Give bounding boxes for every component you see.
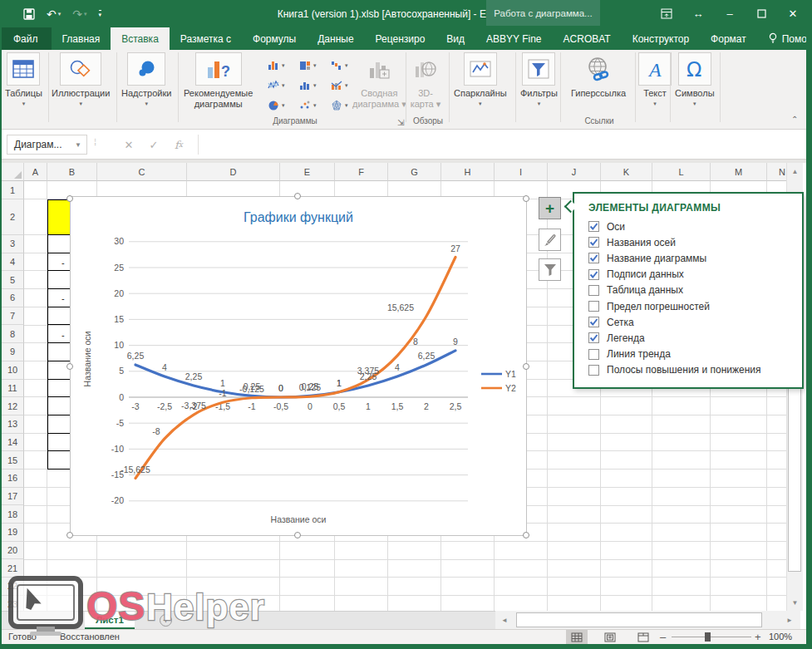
panel-item-линия-тренда[interactable]: Линия тренда xyxy=(574,347,802,362)
customize-qat-icon[interactable]: ▾ xyxy=(99,10,102,17)
zoom-slider-handle[interactable] xyxy=(705,632,711,642)
resize-handle[interactable] xyxy=(66,532,73,538)
minimize-icon[interactable]: – xyxy=(717,3,742,25)
unchecked-checkbox-icon[interactable] xyxy=(588,285,599,296)
formula-bar-grip[interactable]: ⁞ xyxy=(94,137,97,147)
checked-checkbox-icon[interactable] xyxy=(588,269,599,280)
column-header-L[interactable]: L xyxy=(652,163,711,181)
page-layout-view-icon[interactable] xyxy=(599,630,621,644)
panel-item-подписи-данных[interactable]: Подписи данных xyxy=(574,267,802,283)
zoom-out-icon[interactable]: – xyxy=(660,631,666,643)
select-all-corner[interactable] xyxy=(2,163,24,181)
row-header-17[interactable]: 17 xyxy=(2,488,24,506)
row-header-15[interactable]: 15 xyxy=(2,451,24,470)
unchecked-checkbox-icon[interactable] xyxy=(588,349,599,360)
contextual-tab-chart-tools[interactable]: Работа с диаграмма... xyxy=(486,0,600,26)
horizontal-scroll-thumb[interactable] xyxy=(516,612,762,627)
restore-icon[interactable] xyxy=(749,3,774,25)
ribbon-display-options-icon[interactable] xyxy=(654,3,679,25)
tab-abbyy-fine[interactable]: ABBYY Fine xyxy=(475,27,552,50)
addins-button[interactable]: Надстройки ▾ xyxy=(121,52,171,107)
insert-line-chart-button[interactable]: ▾ xyxy=(268,75,299,95)
unchecked-checkbox-icon[interactable] xyxy=(588,301,599,312)
chart-filters-button[interactable] xyxy=(539,258,561,281)
column-header-A[interactable]: A xyxy=(24,163,47,181)
tab-конструктор[interactable]: Конструктор xyxy=(622,27,700,50)
scroll-left-icon[interactable]: ◄ xyxy=(495,617,514,624)
row-header-13[interactable]: 13 xyxy=(2,415,24,434)
column-header-B[interactable]: B xyxy=(47,163,97,181)
zoom-level[interactable]: 100% xyxy=(769,632,792,642)
row-header-16[interactable]: 16 xyxy=(2,470,24,488)
tables-button[interactable]: Таблицы ▾ xyxy=(5,52,42,107)
column-header-E[interactable]: E xyxy=(280,163,335,181)
tab-формат[interactable]: Формат xyxy=(700,27,757,50)
row-header-2[interactable]: 2 xyxy=(2,199,24,235)
row-header-3[interactable]: 3 xyxy=(2,235,24,253)
panel-item-предел-погрешностей[interactable]: Предел погрешностей xyxy=(574,298,802,314)
row-header-4[interactable]: 4 xyxy=(2,253,24,272)
row-header-8[interactable]: 8 xyxy=(2,325,24,343)
hyperlink-button[interactable]: Гиперссылка xyxy=(565,52,632,99)
column-header-J[interactable]: J xyxy=(548,163,601,181)
scroll-up-icon[interactable]: ▲ xyxy=(787,163,803,179)
text-button[interactable]: A Текст ▾ xyxy=(638,52,672,107)
row-header-1[interactable]: 1 xyxy=(2,181,24,199)
tab-вид[interactable]: Вид xyxy=(436,27,475,50)
checked-checkbox-icon[interactable] xyxy=(588,253,599,263)
page-break-view-icon[interactable] xyxy=(632,630,654,644)
resize-handle[interactable] xyxy=(523,195,529,202)
tab-разметка-с[interactable]: Разметка с xyxy=(170,27,242,50)
column-header-F[interactable]: F xyxy=(335,163,388,181)
column-header-C[interactable]: C xyxy=(97,163,187,181)
column-header-G[interactable]: G xyxy=(388,163,441,181)
panel-item-легенда[interactable]: Легенда xyxy=(574,330,802,346)
column-header-K[interactable]: K xyxy=(601,163,652,181)
chart-styles-button[interactable] xyxy=(539,229,561,251)
illustrations-button[interactable]: Иллюстрации ▾ xyxy=(52,52,110,107)
column-header-D[interactable]: D xyxy=(187,163,280,181)
row-header-18[interactable]: 18 xyxy=(2,505,24,524)
row-header-10[interactable]: 10 xyxy=(2,361,24,380)
insert-scatter-chart-button[interactable]: ▾ xyxy=(299,95,331,115)
resize-handle[interactable] xyxy=(523,532,529,538)
panel-item-названия-осей[interactable]: Названия осей xyxy=(574,234,802,250)
tab-главная[interactable]: Главная xyxy=(52,27,111,50)
tab-помощь[interactable]: Помощь xyxy=(757,27,812,50)
tab-файл[interactable]: Файл xyxy=(0,27,52,50)
tab-рецензиро[interactable]: Рецензиро xyxy=(365,27,436,50)
panel-item-название-диаграммы[interactable]: Название диаграммы xyxy=(574,250,802,266)
checked-checkbox-icon[interactable] xyxy=(588,317,599,327)
row-header-7[interactable]: 7 xyxy=(2,307,24,326)
sparklines-button[interactable]: Спарклайны ▾ xyxy=(454,52,507,107)
panel-item-таблица-данных[interactable]: Таблица данных xyxy=(574,283,802,298)
name-box[interactable]: Диаграм...▼ xyxy=(7,135,87,155)
tab-данные[interactable]: Данные xyxy=(307,27,364,50)
filters-button[interactable]: Фильтры ▾ xyxy=(520,52,558,107)
tab-вставка[interactable]: Вставка xyxy=(111,27,170,50)
row-header-9[interactable]: 9 xyxy=(2,343,24,361)
checked-checkbox-icon[interactable] xyxy=(588,221,599,232)
recommended-charts-button[interactable]: ? Рекомендуемые диаграммы xyxy=(184,52,253,110)
checked-checkbox-icon[interactable] xyxy=(588,332,599,343)
panel-item-полосы-повышения-и-понижения[interactable]: Полосы повышения и понижения xyxy=(574,362,802,378)
checked-checkbox-icon[interactable] xyxy=(588,237,599,248)
row-header-20[interactable]: 20 xyxy=(2,542,24,560)
column-header-H[interactable]: H xyxy=(441,163,495,181)
panel-item-оси[interactable]: Оси xyxy=(574,219,802,234)
row-header-14[interactable]: 14 xyxy=(2,434,24,452)
scroll-right-icon[interactable]: ► xyxy=(780,617,799,624)
row-header-5[interactable]: 5 xyxy=(2,271,24,289)
resize-handle[interactable] xyxy=(523,363,529,370)
scroll-down-icon[interactable]: ▼ xyxy=(787,594,803,611)
column-header-I[interactable]: I xyxy=(495,163,548,181)
insert-column-chart-button[interactable]: ▾ xyxy=(268,55,299,75)
tab-acrobat[interactable]: ACROBAT xyxy=(553,27,622,50)
save-icon[interactable] xyxy=(23,8,35,20)
chart-elements-button[interactable]: + xyxy=(539,197,561,219)
charts-dialog-launcher-icon[interactable]: ⇲ xyxy=(397,118,404,127)
normal-view-icon[interactable] xyxy=(566,630,588,644)
resize-handle[interactable] xyxy=(66,363,73,370)
symbols-button[interactable]: Ω Символы ▾ xyxy=(675,52,715,107)
panel-item-сетка[interactable]: Сетка xyxy=(574,314,802,330)
